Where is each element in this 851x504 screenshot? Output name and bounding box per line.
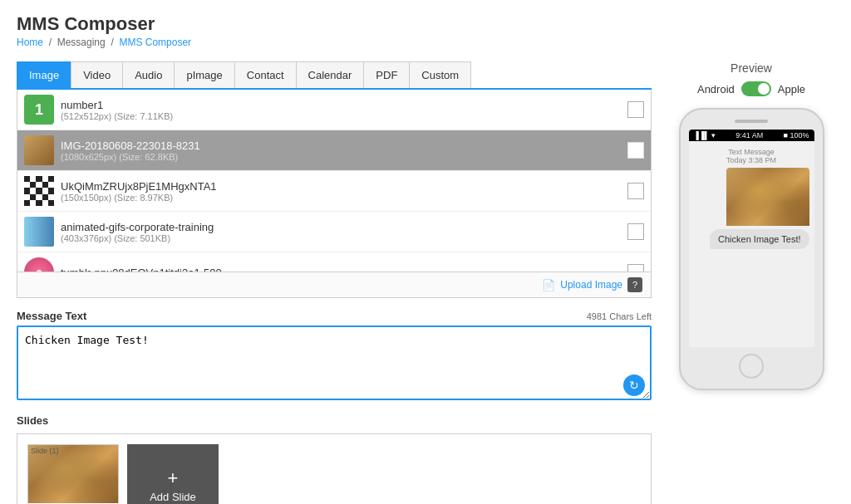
right-panel: Preview Android Apple ▐▐▌ ▾ 9:41 AM ■ 10… [668,61,834,504]
message-text-bubble: Chicken Image Test! [710,229,809,249]
image-item-3[interactable]: UkQiMmZRUjx8PjE1MHgxNTA1 (150x150px) (Si… [17,171,651,212]
breadcrumb: Home / Messaging / MMS Composer [17,37,834,48]
slides-section: Slides Chicken Image Test! Slide (1) + A… [17,414,652,504]
phone-frame: ▐▐▌ ▾ 9:41 AM ■ 100% Text MessageToday 3… [679,108,824,390]
file-icon: 📄 [542,279,555,291]
slides-label: Slides [17,414,652,427]
img-name-2: IMG-20180608-223018-8231 [61,139,621,152]
message-textarea[interactable]: Chicken Image Test! [17,325,652,400]
add-slide-button[interactable]: + Add Slide [127,444,219,504]
tab-calendar[interactable]: Calendar [296,61,365,88]
main-layout: Image Video Audio pImage Contact Calenda… [17,61,834,504]
img-meta-4: (403x376px) (Size: 501KB) [61,233,621,243]
message-text-label: Message Text [17,310,86,322]
toggle-switch[interactable] [741,81,771,96]
phone-status-bar: ▐▐▌ ▾ 9:41 AM ■ 100% [689,130,814,141]
page-title: MMS Composer [17,13,834,35]
thumb-4 [24,217,54,247]
image-item-2[interactable]: IMG-20180608-223018-8231 (1080x625px) (S… [17,130,651,171]
breadcrumb-messaging: Messaging [57,37,106,48]
slide-number-label: Slide (1) [31,447,59,455]
img-name-4: animated-gifs-corporate-training [61,221,621,233]
img-name-3: UkQiMmZRUjx8PjE1MHgxNTA1 [61,180,621,193]
phone-content: Text MessageToday 3:38 PM Chicken Image … [689,141,814,347]
upload-link[interactable]: Upload Image [560,279,622,291]
toggle-knob [758,83,770,95]
preview-title: Preview [730,61,772,75]
img-select-5[interactable] [627,264,644,272]
thumb-1: 1 [24,95,54,125]
tab-contact[interactable]: Contact [234,61,297,88]
message-bubble-wrap: Chicken Image Test! [694,168,809,249]
tab-video[interactable]: Video [71,61,123,88]
img-select-1[interactable] [627,101,644,118]
add-slide-label: Add Slide [150,491,196,503]
img-select-4[interactable] [627,223,644,240]
tabs-container: Image Video Audio pImage Contact Calenda… [17,61,652,90]
apple-label: Apple [778,83,805,95]
add-slide-icon: + [168,469,179,487]
tab-audio[interactable]: Audio [122,61,175,88]
status-time: 9:41 AM [735,131,763,139]
img-meta-3: (150x150px) (Size: 8.97KB) [61,193,621,203]
thumb-3 [24,176,54,206]
phone-home-button[interactable] [739,354,764,379]
status-signal: ▐▐▌ ▾ [694,131,716,139]
img-name-5: tumblr-nnu98dEQVn1titdj2o1-500 [61,267,621,273]
img-meta-2: (1080x625px) (Size: 62.8KB) [61,152,621,162]
refresh-button[interactable]: ↻ [623,374,645,396]
message-image-preview [726,168,809,226]
image-item-1[interactable]: 1 number1 (512x512px) (Size: 7.11KB) [17,90,651,130]
phone-speaker [735,120,768,123]
image-list: 1 number1 (512x512px) (Size: 7.11KB) IMG… [17,90,652,272]
phone-screen: ▐▐▌ ▾ 9:41 AM ■ 100% Text MessageToday 3… [689,130,814,347]
img-meta-1: (512x512px) (Size: 7.11KB) [61,111,621,121]
slide-item-1[interactable]: Chicken Image Test! Slide (1) [27,444,119,504]
message-meta: Text MessageToday 3:38 PM [694,148,809,164]
thumb-2 [24,135,54,165]
tab-custom[interactable]: Custom [409,61,471,88]
left-panel: Image Video Audio pImage Contact Calenda… [17,61,652,504]
page-container: MMS Composer Home / Messaging / MMS Comp… [0,0,851,504]
img-select-3[interactable] [627,183,644,199]
tab-image[interactable]: Image [17,61,71,88]
image-item-4[interactable]: animated-gifs-corporate-training (403x37… [17,212,651,252]
img-name-1: number1 [61,99,621,111]
status-battery: ■ 100% [784,131,809,139]
message-textarea-wrap: Chicken Image Test! ↻ [17,325,652,403]
platform-toggle: Android Apple [697,81,805,96]
help-badge[interactable]: ? [627,277,642,292]
breadcrumb-current[interactable]: MMS Composer [119,37,191,48]
image-item-5[interactable]: ● tumblr-nnu98dEQVn1titdj2o1-500 [17,252,651,272]
tab-pimage[interactable]: pImage [174,61,234,88]
img-select-2[interactable] [627,142,644,159]
slides-container: Chicken Image Test! Slide (1) + Add Slid… [17,433,652,504]
android-label: Android [697,83,735,95]
upload-bar: 📄 Upload Image ? [17,272,652,298]
chars-left: 4981 Chars Left [587,311,652,321]
breadcrumb-home[interactable]: Home [17,37,43,48]
message-text-section: Message Text 4981 Chars Left [17,310,652,322]
thumb-5: ● [24,257,54,272]
tab-pdf[interactable]: PDF [363,61,410,88]
